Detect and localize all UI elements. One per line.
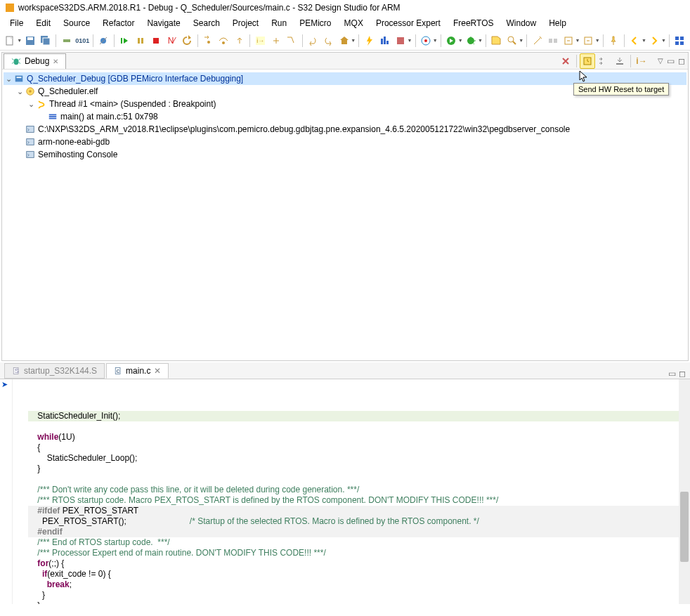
tree-stack-frame[interactable]: main() at main.c:51 0x798 [4,110,686,123]
views-button[interactable] [672,33,687,48]
editor-scrollbar[interactable] [679,379,690,604]
launch-icon [13,73,25,84]
close-icon[interactable]: ✕ [154,366,161,376]
minimize-view-button[interactable]: ▭ [667,56,675,66]
code-line: /*** Don't write any code pass this line… [28,485,359,494]
svg-rect-10 [141,38,143,44]
code-line: #ifdef PEX_RTOS_START [28,506,690,516]
editor-tabs: S startup_S32K144.S c main.c ✕ ▭ ◻ [0,362,690,379]
svg-line-33 [19,63,21,64]
editor-minimize-button[interactable]: ▭ [668,369,676,379]
save-all-button[interactable] [38,33,53,48]
home-button[interactable] [337,33,351,48]
toggle-breakpoint-button[interactable] [59,33,74,48]
back-button[interactable] [627,33,642,48]
code-line: break; [28,579,72,589]
open-type-button[interactable] [489,33,504,48]
build-button[interactable] [393,33,408,48]
search-button[interactable] [505,33,519,48]
expand-toggle[interactable]: ⌄ [26,98,36,110]
menu-search[interactable]: Search [188,16,226,30]
svg-rect-8 [121,38,122,44]
skip-breakpoints-button[interactable] [96,33,111,48]
tree-thread[interactable]: ⌄ Thread #1 <main> (Suspended : Breakpoi… [4,98,686,110]
redo-button[interactable] [321,33,336,48]
tree-gdb[interactable]: arm-none-eabi-gdb [4,136,686,148]
step-return-button[interactable] [232,33,247,48]
terminate-button[interactable] [148,33,163,48]
close-icon[interactable]: ✕ [53,58,58,65]
debug-tree[interactable]: ⌄ Q_Scheduler_Debug [GDB PEMicro Interfa… [2,70,688,360]
step-into-button[interactable] [201,33,216,48]
step-over-button[interactable] [216,33,231,48]
wand-button[interactable] [530,33,545,48]
menu-run[interactable]: Run [266,16,292,30]
editor-gutter[interactable]: ➤ [0,379,13,604]
registers-button[interactable]: 0101 [75,33,90,48]
debug-button[interactable] [464,33,479,48]
tree-gdbserver[interactable]: C:\NXP\S32DS_ARM_v2018.R1\eclipse\plugin… [4,123,686,136]
svg-rect-25 [675,37,679,40]
target-button[interactable] [419,33,434,48]
resume-button[interactable] [117,33,132,48]
debug-view: Debug ✕ i→ ▽ ▭ ◻ ⌄ Q_Scheduler_Debug [GD… [1,52,689,361]
menu-window[interactable]: Window [501,16,542,30]
new-button[interactable] [3,33,18,48]
asm-file-icon: S [12,367,20,375]
menu-pemicro[interactable]: PEMicro [294,16,337,30]
toggle-mark-button[interactable] [545,33,560,48]
editor-tab-startup[interactable]: S startup_S32K144.S [4,363,105,379]
menu-processor-expert[interactable]: Processor Expert [370,16,446,30]
editor-tab-main[interactable]: c main.c ✕ [106,363,169,379]
view-menu-button[interactable]: ▽ [658,57,663,65]
app-logo-icon [6,4,14,12]
undo-button[interactable] [306,33,320,48]
svg-rect-27 [675,41,679,45]
svg-line-30 [12,59,14,60]
menu-navigate[interactable]: Navigate [141,16,185,30]
menu-refactor[interactable]: Refactor [97,16,140,30]
next-annotation-button[interactable] [561,33,575,48]
send-hw-reset-button[interactable] [580,53,595,69]
save-button[interactable] [22,33,37,48]
remove-terminated-button[interactable] [558,53,573,69]
disconnect-button[interactable]: N⁄ [164,33,178,48]
debug-view-tabbar: Debug ✕ i→ ▽ ▭ ◻ [2,53,688,70]
menu-source[interactable]: Source [58,16,96,30]
instruction-pointer-icon: ➤ [1,379,8,390]
debug-tab-label: Debug [25,56,49,66]
tree-semihosting[interactable]: Semihosting Console [4,148,686,161]
restart-button[interactable] [180,33,195,48]
svg-rect-21 [549,39,552,43]
flash-button[interactable] [362,33,377,48]
menu-file[interactable]: File [4,16,29,30]
menu-project[interactable]: Project [227,16,264,30]
suspend-button[interactable] [133,33,148,48]
expand-toggle[interactable]: ⌄ [15,85,25,98]
debug-drop-button[interactable] [612,53,627,69]
svg-line-31 [19,59,21,60]
pin-button[interactable] [606,33,621,48]
drop-to-frame-button[interactable] [268,33,283,48]
svg-point-13 [222,41,225,44]
menu-help[interactable]: Help [543,16,572,30]
run-button[interactable] [444,33,459,48]
maximize-view-button[interactable]: ◻ [678,56,685,66]
menu-edit[interactable]: Edit [30,16,56,30]
editor-maximize-button[interactable]: ◻ [679,369,686,379]
expand-toggle[interactable]: ⌄ [4,72,13,85]
menu-freertos[interactable]: FreeRTOS [448,16,500,30]
step-filters-button[interactable] [285,33,299,48]
debug-tab[interactable]: Debug ✕ [4,53,66,69]
code-editor[interactable]: ➤ StaticScheduler_Init(); while(1U) { St… [0,379,690,604]
scrollbar-thumb[interactable] [680,492,689,562]
step-collapse-button[interactable] [596,53,611,69]
instruction-mode-button[interactable]: i→ [634,53,649,69]
svg-rect-45 [27,152,34,158]
menu-mqx[interactable]: MQX [339,16,369,30]
prev-annotation-button[interactable] [580,33,595,48]
forward-button[interactable] [647,33,662,48]
profile-button[interactable] [377,33,392,48]
window-title: workspaceS32DS.ARM.2018.R1 - Debug - Q_S… [18,3,401,13]
instruction-step-button[interactable]: i→ [253,33,268,48]
